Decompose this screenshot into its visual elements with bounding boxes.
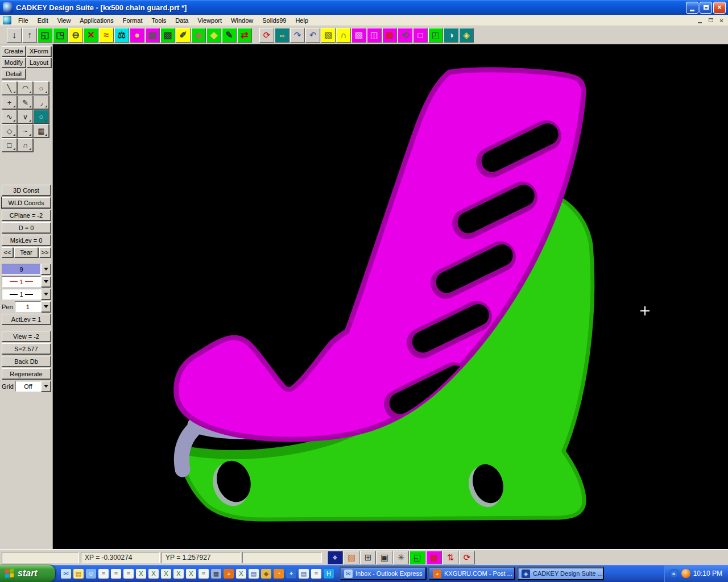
rotate-cube-button[interactable]: ⟲ [398, 28, 412, 43]
circle-tool[interactable]: ○ [34, 81, 49, 95]
level-arrows-button[interactable]: ⇅ [442, 551, 458, 564]
extrude-box-button[interactable]: ◰ [428, 28, 443, 43]
thunderbird-icon[interactable]: ✦ [286, 569, 296, 579]
remove-hatch-button[interactable]: ▨ [145, 28, 160, 43]
arch-tool[interactable]: ∩ [18, 138, 33, 152]
cplane-button[interactable]: CPlane = -2 [2, 210, 51, 221]
cube-view-button[interactable]: ▧ [351, 28, 366, 43]
detail-button[interactable]: Detail [2, 69, 26, 79]
boolean-union-button[interactable]: ◱ [38, 28, 52, 43]
auto-dimension-button[interactable]: ⇔ [275, 28, 289, 43]
excel-icon[interactable]: X [148, 569, 159, 579]
menu-help[interactable]: Help [291, 16, 313, 25]
solid-corner-button[interactable]: ◆ [206, 28, 221, 43]
backdb-button[interactable]: Back Db [2, 356, 51, 367]
wordpad-icon[interactable]: ▤ [299, 569, 309, 579]
menu-format[interactable]: Format [118, 16, 147, 25]
measure-scales-button[interactable]: ⚖ [114, 28, 129, 43]
split-sphere-button[interactable]: ◑ [444, 28, 458, 43]
minimize-button[interactable] [686, 2, 698, 14]
solid-block-button[interactable]: ◆ [191, 28, 206, 43]
color-dropdown-button[interactable] [41, 264, 51, 275]
corner-cube-button[interactable]: ◈ [459, 28, 474, 43]
level-axes-button[interactable]: ⌖ [327, 551, 343, 564]
menu-data[interactable]: Data [171, 16, 193, 25]
curve-tool[interactable]: ∿ [2, 110, 17, 123]
xform-button[interactable]: XForm [27, 46, 51, 56]
wld-coords-button[interactable]: WLD Coords [2, 197, 51, 208]
sketch-pen-button[interactable]: ✎ [222, 28, 237, 43]
outlook-express-icon[interactable]: ✉ [61, 569, 71, 579]
linewidth-value[interactable]: 1 [2, 289, 41, 300]
task-outlook-express[interactable]: ✉ Inbox - Outlook Express [340, 567, 427, 580]
grid-dropdown-button[interactable] [41, 381, 51, 392]
menu-edit[interactable]: Edit [33, 16, 53, 25]
clock-icon[interactable]: ◔ [274, 569, 284, 579]
const-3d-button[interactable]: 3D Const [2, 185, 51, 196]
wallet-icon[interactable]: ◆ [261, 569, 271, 579]
active-level-button[interactable]: ActLev = 1 [2, 314, 51, 325]
render-sphere-button[interactable]: ● [130, 28, 144, 43]
mdi-restore-button[interactable] [706, 16, 715, 24]
notepad-icon[interactable]: ≡ [98, 569, 109, 579]
undo-button[interactable]: ↶ [305, 28, 320, 43]
eraser-button[interactable]: ✐ [176, 28, 191, 43]
wordpad-icon[interactable]: ▤ [249, 569, 259, 579]
excel-icon[interactable]: X [236, 569, 246, 579]
wireframe-box-button[interactable]: ▧ [160, 28, 175, 43]
page-down-button[interactable]: ↓ [7, 28, 22, 43]
regenerate-button[interactable]: Regenerate [2, 368, 51, 379]
folder-icon[interactable]: ▤ [73, 569, 84, 579]
task-cadkey[interactable]: ◈ CADKEY Design Suite ... [517, 567, 604, 580]
menu-tools[interactable]: Tools [147, 16, 171, 25]
spline-tool[interactable]: ✎ [18, 95, 33, 109]
scale-button[interactable]: S=2.577 [2, 343, 51, 354]
menu-solids99[interactable]: Solids99 [258, 16, 291, 25]
rotate-view-button[interactable]: ⟳ [459, 551, 475, 564]
excel-icon[interactable]: X [186, 569, 196, 579]
white-cube-button[interactable]: □ [413, 28, 428, 43]
firefox-icon[interactable]: ◕ [224, 569, 234, 579]
depth-button[interactable]: D = 0 [2, 222, 51, 233]
fillet-tool[interactable]: ◞ [34, 95, 49, 109]
hatch-tool[interactable]: ▦ [34, 124, 49, 138]
mdi-close-button[interactable]: × [717, 16, 726, 24]
grid-value[interactable]: Off [15, 381, 41, 392]
point-tool[interactable]: + [2, 95, 17, 109]
boolean-subtract-button[interactable]: ◳ [53, 28, 68, 43]
menu-window[interactable]: Window [226, 16, 258, 25]
start-button[interactable]: start [0, 565, 55, 582]
rectangle-tool[interactable]: □ [2, 138, 17, 152]
four-view-button[interactable]: ◫ [367, 28, 382, 43]
redo-button[interactable]: ↷ [290, 28, 305, 43]
excel-icon[interactable]: X [136, 569, 146, 579]
notepad-icon[interactable]: ≡ [311, 569, 321, 579]
menu-applications[interactable]: Applications [75, 16, 118, 25]
tray-app-icon[interactable] [681, 569, 690, 578]
shaded-cube-button[interactable]: ▩ [382, 28, 397, 43]
tear-next-button[interactable]: >> [39, 247, 51, 257]
color-value[interactable]: 9 [2, 264, 41, 275]
solid-cylinder-button[interactable]: ⊖ [68, 28, 83, 43]
freehand-tool[interactable]: ~ [18, 124, 33, 138]
restore-button[interactable] [700, 2, 712, 14]
notepad-icon[interactable]: ≡ [123, 569, 134, 579]
tear-button[interactable]: Tear [14, 247, 38, 257]
modify-button[interactable]: Modify [2, 57, 26, 68]
view-button[interactable]: View = -2 [2, 331, 51, 342]
revolve-button[interactable]: ∩ [336, 28, 351, 43]
polyline-tool[interactable]: ∨ [18, 110, 33, 123]
zoom-extents-button[interactable]: ⊞ [360, 551, 376, 564]
menu-viewport[interactable]: Viewport [193, 16, 226, 25]
linewidth-dropdown-button[interactable] [41, 289, 51, 300]
redraw-button[interactable]: ✳ [393, 551, 409, 564]
viewport[interactable] [53, 44, 728, 549]
linestyle-value[interactable]: 1 [2, 276, 41, 287]
boolean-union-button[interactable]: ◱ [410, 551, 425, 564]
tear-prev-button[interactable]: << [2, 247, 13, 257]
tray-chevron-icon[interactable]: « [669, 569, 679, 578]
excel-icon[interactable]: X [161, 569, 171, 579]
close-button[interactable]: × [713, 2, 726, 14]
messenger-icon[interactable]: ☺ [86, 569, 96, 579]
arc-tool[interactable]: ◠ [18, 81, 33, 95]
